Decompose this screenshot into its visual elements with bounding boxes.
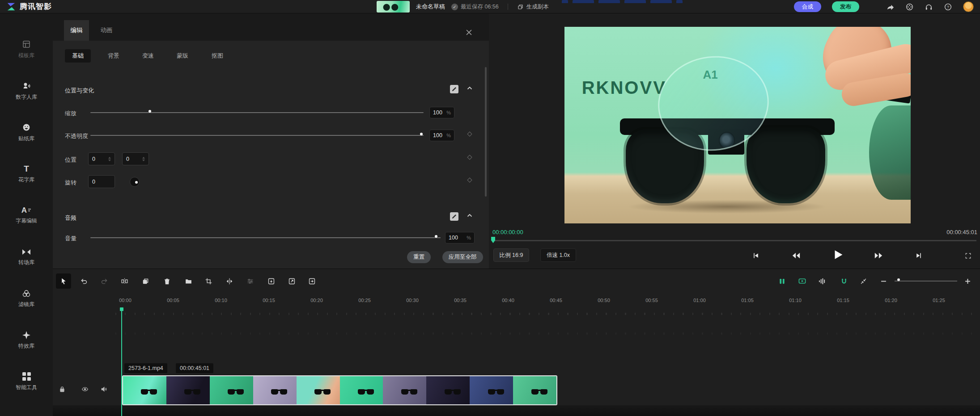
compose-button[interactable]: 合成: [794, 1, 821, 12]
adjust-icon[interactable]: [242, 273, 258, 289]
sidebar-item-templates[interactable]: 模板库: [0, 29, 53, 70]
copy-clip-icon[interactable]: [138, 273, 153, 289]
preview-playhead[interactable]: [491, 237, 495, 243]
current-time: 00:00:00:00: [492, 229, 523, 235]
split-icon[interactable]: [117, 273, 132, 289]
position-y-input[interactable]: 0: [122, 152, 149, 165]
publish-button[interactable]: 发布: [832, 1, 859, 12]
snap-magnet-icon[interactable]: [836, 273, 852, 289]
mirror-flip-icon[interactable]: [222, 273, 237, 289]
sidebar-item-stickers[interactable]: 贴纸库: [0, 112, 53, 153]
collapse-transform-icon[interactable]: [467, 85, 473, 91]
position-keyframe-icon[interactable]: [467, 155, 472, 160]
preview-progress-bar[interactable]: [492, 240, 976, 241]
mute-track-icon[interactable]: [98, 383, 110, 395]
draft-name[interactable]: 未命名草稿: [416, 3, 445, 11]
timeline-playhead[interactable]: [121, 308, 122, 416]
sidebar-item-subtitles[interactable]: A 字幕编辑: [0, 195, 53, 236]
preview-axis-icon[interactable]: [794, 273, 810, 289]
reset-button[interactable]: 重置: [407, 251, 431, 263]
sidebar-item-fancy-text[interactable]: T 花字库: [0, 153, 53, 195]
subtab-background[interactable]: 背景: [101, 49, 127, 63]
rewind-button[interactable]: [789, 249, 803, 262]
share-icon[interactable]: [886, 3, 895, 11]
zoom-out-icon[interactable]: [876, 273, 891, 289]
rotate-input[interactable]: 0: [88, 175, 115, 188]
timeline-ruler[interactable]: 00:00 00:05 00:10 00:15 00:20 00:25 00:3…: [53, 294, 980, 308]
keyframe-toggle-icon[interactable]: [774, 273, 789, 289]
collapse-audio-icon[interactable]: [467, 212, 473, 219]
video-clip[interactable]: [122, 375, 557, 405]
stepper-icon[interactable]: [108, 157, 111, 161]
headset-icon[interactable]: [925, 3, 933, 11]
effects-icon: [22, 331, 30, 339]
sidebar-item-effects[interactable]: 特效库: [0, 319, 53, 361]
sidebar-item-digital-human[interactable]: 数字人库: [0, 70, 53, 112]
panel-scrollbar[interactable]: [485, 67, 487, 197]
volume-value[interactable]: 100%: [445, 232, 475, 244]
fullscreen-icon[interactable]: [961, 249, 975, 262]
save-status-text: 最近保存 06:56: [461, 3, 499, 11]
sidebar-item-filters[interactable]: 滤镜库: [0, 278, 53, 319]
zoom-slider-handle[interactable]: [897, 278, 900, 281]
lock-track-icon[interactable]: [56, 383, 68, 395]
tab-animation[interactable]: 动画: [95, 20, 118, 41]
aspect-ratio-button[interactable]: 比例 16:9: [493, 248, 529, 262]
freeze-frame-icon[interactable]: [263, 273, 279, 289]
undo-icon[interactable]: [76, 273, 91, 289]
scale-value[interactable]: 100%: [429, 107, 454, 118]
audio-waveform-icon[interactable]: [815, 273, 830, 289]
audio-keyframe-pen-icon[interactable]: [450, 212, 458, 221]
opacity-value[interactable]: 100%: [429, 130, 454, 141]
opacity-keyframe-icon[interactable]: [467, 131, 472, 136]
clip-frame: [123, 376, 166, 404]
help-icon[interactable]: ?: [944, 3, 952, 11]
move-right-icon[interactable]: [304, 273, 319, 289]
subtab-mask[interactable]: 蒙版: [170, 49, 195, 63]
film-reel-icon[interactable]: [905, 3, 914, 11]
volume-slider[interactable]: [90, 235, 441, 241]
timeline-zoom-slider[interactable]: [895, 281, 957, 282]
zoom-in-icon[interactable]: [960, 273, 975, 289]
scale-slider[interactable]: [90, 109, 424, 116]
subtab-speed[interactable]: 变速: [135, 49, 161, 63]
duplicate-button[interactable]: 生成副本: [517, 3, 549, 11]
user-avatar[interactable]: [963, 1, 974, 12]
sidebar-item-transitions[interactable]: 转场库: [0, 236, 53, 278]
position-x-input[interactable]: 0: [88, 152, 115, 165]
cursor-tool-icon[interactable]: [56, 273, 71, 289]
subtab-cutout[interactable]: 抠图: [204, 49, 230, 63]
stepper-icon[interactable]: [142, 157, 145, 161]
rotate-knob[interactable]: [130, 177, 140, 187]
clip-duration-badge: 00:00:45:01: [176, 363, 213, 373]
sidebar-item-smart-tools[interactable]: 智能工具: [0, 361, 53, 403]
position-label: 位置: [65, 156, 76, 164]
delete-icon[interactable]: [159, 273, 174, 289]
opacity-slider[interactable]: [90, 132, 424, 139]
close-icon[interactable]: [466, 29, 472, 35]
saved-check-icon: ✓: [451, 4, 458, 10]
tab-edit[interactable]: 编辑: [64, 20, 89, 41]
redo-icon[interactable]: [97, 273, 112, 289]
rotate-keyframe-icon[interactable]: [467, 177, 472, 182]
audio-section-title: 音频: [65, 214, 76, 222]
skip-to-end-button[interactable]: [912, 249, 925, 262]
playback-speed-button[interactable]: 倍速 1.0x: [540, 248, 576, 262]
divider: [508, 4, 508, 10]
svg-text:?: ?: [947, 4, 949, 9]
app-window: 腾讯智影 未命名草稿 ✓ 最近保存 06:56 生成副本 合成 发布: [0, 0, 980, 416]
subtab-basic[interactable]: 基础: [65, 49, 91, 63]
scale-label: 缩放: [65, 109, 76, 118]
keyframe-pen-icon[interactable]: [450, 85, 458, 93]
glasses-lens-right: [744, 125, 827, 206]
play-button[interactable]: [830, 247, 846, 263]
pack-folder-icon[interactable]: [181, 273, 196, 289]
preview-video-canvas[interactable]: RKNOVV A1: [564, 27, 911, 223]
export-clip-icon[interactable]: [284, 273, 299, 289]
hide-track-icon[interactable]: [79, 383, 91, 395]
skip-to-start-button[interactable]: [749, 249, 763, 262]
collapse-tracks-icon[interactable]: [856, 273, 871, 289]
fast-forward-button[interactable]: [872, 249, 885, 262]
crop-icon[interactable]: [201, 273, 216, 289]
apply-all-button[interactable]: 应用至全部: [442, 251, 483, 263]
